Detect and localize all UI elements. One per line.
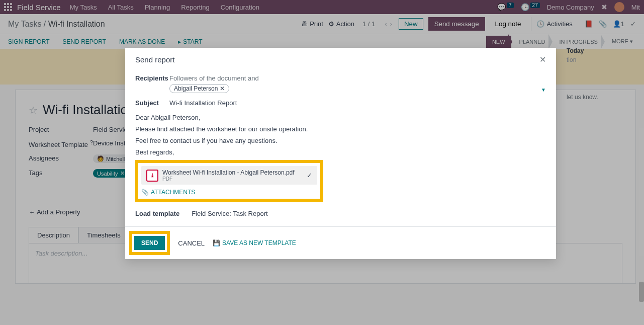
- save-icon: 💾: [213, 239, 220, 247]
- send-button[interactable]: SEND: [134, 236, 165, 250]
- recipients-label: Recipients: [135, 74, 169, 82]
- save-template-button[interactable]: 💾SAVE AS NEW TEMPLATE: [213, 239, 296, 247]
- attachment-file[interactable]: ⤓ Worksheet Wi-fi Installation - Abigail…: [141, 166, 317, 185]
- send-highlight: SEND: [129, 231, 170, 255]
- recipient-pill[interactable]: Abigail Peterson ✕: [169, 84, 229, 93]
- modal-title: Send report: [135, 55, 174, 64]
- load-template-label: Load template: [135, 210, 179, 217]
- remove-recipient-icon[interactable]: ✕: [220, 85, 225, 92]
- send-report-modal: Send report ✕ Recipients Followers of th…: [125, 48, 556, 259]
- email-body[interactable]: Dear Abigail Peterson, Please find attac…: [135, 114, 546, 156]
- subject-input[interactable]: Wi-fi Installation Report: [169, 99, 546, 107]
- cancel-button[interactable]: CANCEL: [178, 239, 205, 247]
- paperclip-icon: 📎: [141, 189, 149, 196]
- subject-label: Subject: [135, 99, 169, 107]
- recipients-field[interactable]: Followers of the document and Abigail Pe…: [169, 74, 546, 93]
- dropdown-caret-icon[interactable]: ▼: [541, 87, 546, 93]
- attachment-check-icon[interactable]: ✓: [307, 172, 312, 179]
- attachment-type: PDF: [162, 176, 303, 182]
- pdf-icon: ⤓: [146, 170, 158, 182]
- attachment-name: Worksheet Wi-fi Installation - Abigail P…: [162, 169, 303, 176]
- attachments-button[interactable]: 📎ATTACHMENTS: [141, 189, 317, 196]
- close-icon[interactable]: ✕: [539, 55, 546, 64]
- attachment-highlight: ⤓ Worksheet Wi-fi Installation - Abigail…: [135, 160, 323, 202]
- load-template-value[interactable]: Field Service: Task Report: [192, 210, 268, 217]
